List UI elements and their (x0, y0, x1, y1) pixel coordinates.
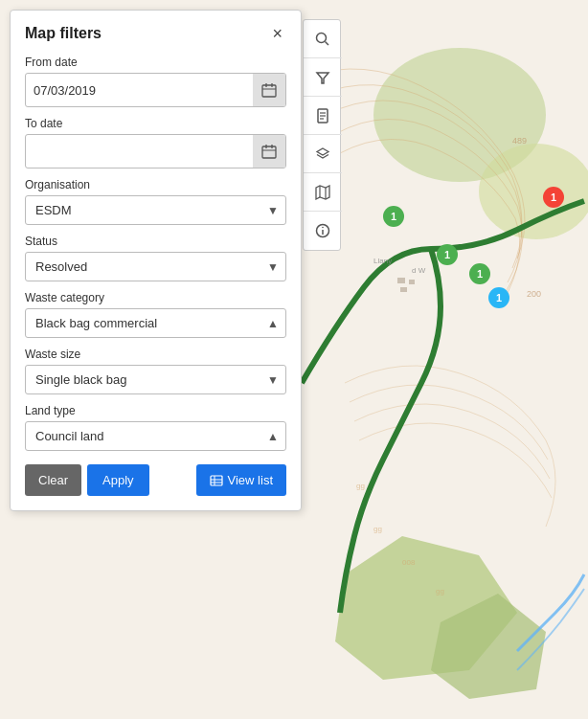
svg-rect-34 (262, 146, 276, 158)
svg-text:Llany: Llany (373, 257, 392, 265)
apply-button[interactable]: Apply (87, 464, 149, 496)
organisation-select-wrap: ESDM Other ▼ (25, 195, 286, 225)
svg-rect-30 (262, 85, 276, 97)
status-label: Status (25, 235, 286, 248)
svg-marker-23 (317, 148, 328, 155)
svg-rect-11 (400, 287, 407, 292)
status-group: Status Resolved Open In Progress ▼ (25, 235, 286, 281)
svg-point-16 (317, 33, 327, 42)
from-date-label: From date (25, 56, 286, 69)
map-toolbar (303, 19, 341, 251)
panel-footer: Clear Apply View list (25, 464, 286, 496)
view-list-button[interactable]: View list (196, 464, 286, 496)
document-toolbar-btn[interactable] (304, 97, 342, 135)
map-marker-4[interactable]: 1 (543, 187, 564, 208)
layers-toolbar-btn[interactable] (304, 135, 342, 173)
status-select-wrap: Resolved Open In Progress ▼ (25, 252, 286, 281)
status-select[interactable]: Resolved Open In Progress (25, 252, 286, 281)
clear-button[interactable]: Clear (25, 464, 81, 496)
map-marker-5[interactable]: 1 (488, 287, 509, 308)
to-date-label: To date (25, 117, 286, 130)
to-date-input-wrap (25, 134, 286, 169)
viewlist-icon (210, 474, 223, 487)
to-date-group: To date (25, 117, 286, 169)
svg-text:gg: gg (436, 587, 444, 595)
panel-header: Map filters × (25, 25, 286, 42)
organisation-label: Organisation (25, 178, 286, 191)
to-date-calendar-btn[interactable] (253, 135, 285, 168)
svg-text:gg: gg (356, 482, 365, 490)
organisation-select[interactable]: ESDM Other (25, 195, 286, 225)
svg-text:gg: gg (373, 525, 382, 533)
svg-text:008: 008 (402, 558, 416, 567)
to-date-input[interactable] (26, 138, 253, 166)
waste-category-group: Waste category Black bag commercial Gree… (25, 291, 286, 338)
info-toolbar-btn[interactable] (304, 212, 342, 250)
map-marker-2[interactable]: 1 (437, 244, 458, 265)
svg-line-17 (326, 41, 329, 45)
from-date-group: From date (25, 56, 286, 107)
svg-text:200: 200 (527, 289, 541, 299)
svg-marker-24 (316, 186, 329, 199)
map-marker-3[interactable]: 1 (469, 263, 490, 284)
land-type-label: Land type (25, 404, 286, 417)
waste-size-select-wrap: Single black bag Small Large ▼ (25, 365, 286, 394)
land-type-select[interactable]: Council land Private land Other (25, 421, 286, 451)
svg-rect-38 (211, 476, 222, 485)
waste-category-select-wrap: Black bag commercial Green waste Bulky w… (25, 308, 286, 338)
from-date-input[interactable] (26, 77, 253, 104)
from-date-calendar-btn[interactable] (253, 74, 285, 106)
waste-size-group: Waste size Single black bag Small Large … (25, 348, 286, 394)
waste-category-label: Waste category (25, 291, 286, 304)
organisation-group: Organisation ESDM Other ▼ (25, 178, 286, 225)
filter-panel: Map filters × From date To date (10, 10, 302, 511)
svg-point-29 (322, 227, 324, 229)
panel-title: Map filters (25, 25, 102, 42)
map-toolbar-btn[interactable] (304, 173, 342, 212)
waste-size-select[interactable]: Single black bag Small Large (25, 365, 286, 394)
svg-text:489: 489 (512, 136, 527, 146)
svg-marker-18 (317, 73, 328, 83)
close-button[interactable]: × (268, 25, 286, 42)
svg-rect-10 (409, 280, 415, 284)
from-date-input-wrap (25, 73, 286, 107)
search-toolbar-btn[interactable] (304, 20, 342, 58)
svg-text:d W: d W (412, 266, 426, 275)
svg-rect-9 (397, 278, 405, 283)
waste-size-label: Waste size (25, 348, 286, 361)
filter-toolbar-btn[interactable] (304, 58, 342, 97)
view-list-label: View list (228, 473, 273, 487)
land-type-group: Land type Council land Private land Othe… (25, 404, 286, 451)
waste-category-select[interactable]: Black bag commercial Green waste Bulky w… (25, 308, 286, 338)
map-marker-1[interactable]: 1 (383, 206, 404, 227)
land-type-select-wrap: Council land Private land Other ▲ (25, 421, 286, 451)
